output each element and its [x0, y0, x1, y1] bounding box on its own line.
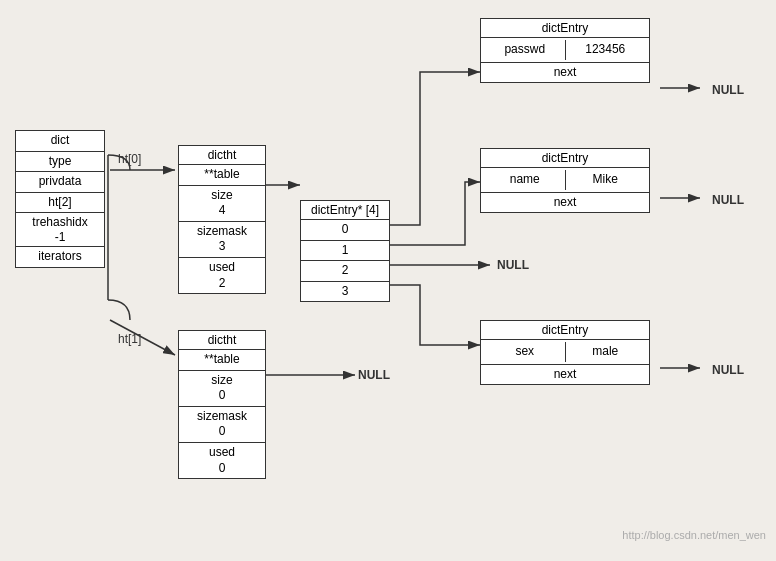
dictht0-used: used2 [179, 258, 265, 293]
dictht1-size: size0 [179, 371, 265, 407]
dictht1-used: used0 [179, 443, 265, 478]
dictentry-passwd-kv: passwd 123456 [481, 38, 649, 63]
dict-row-ht2: ht[2] [16, 193, 104, 214]
dictentry-sex-key: sex [485, 342, 566, 362]
dict-row-rehashidx: trehashidx-1 [16, 213, 104, 247]
dict-row-privdata: privdata [16, 172, 104, 193]
dictht0-sizemask: sizemask3 [179, 222, 265, 258]
dictentry-array-title: dictEntry* [4] [301, 201, 389, 220]
dictentry-sex-title: dictEntry [481, 321, 649, 340]
null-name-label: NULL [712, 193, 744, 207]
dictentry-passwd-title: dictEntry [481, 19, 649, 38]
dictht1-table: **table [179, 350, 265, 371]
dictentry-name-key: name [485, 170, 566, 190]
dictentry-passwd-key: passwd [485, 40, 566, 60]
dictentry-name-box: dictEntry name Mike next [480, 148, 650, 213]
ht0-label: ht[0] [118, 152, 141, 166]
dictentry-name-value: Mike [566, 170, 646, 190]
dictht0-box: dictht **table size4 sizemask3 used2 [178, 145, 266, 294]
dictentry-sex-box: dictEntry sex male next [480, 320, 650, 385]
dictentry-array-2: 2 [301, 261, 389, 282]
dictht0-table: **table [179, 165, 265, 186]
dict-row-dict: dict [16, 131, 104, 152]
dictentry-array-1: 1 [301, 241, 389, 262]
dictht0-title: dictht [179, 146, 265, 165]
dictentry-passwd-next: next [481, 63, 649, 83]
dict-row-iterators: iterators [16, 247, 104, 267]
null-ht1-label: NULL [358, 368, 390, 382]
dictht1-box: dictht **table size0 sizemask0 used0 [178, 330, 266, 479]
null-sex-label: NULL [712, 363, 744, 377]
dictentry-name-kv: name Mike [481, 168, 649, 193]
watermark: http://blog.csdn.net/men_wen [622, 529, 766, 541]
dictentry-sex-kv: sex male [481, 340, 649, 365]
null-passwd-label: NULL [712, 83, 744, 97]
dictht1-sizemask: sizemask0 [179, 407, 265, 443]
dictentry-name-title: dictEntry [481, 149, 649, 168]
dictentry-array-0: 0 [301, 220, 389, 241]
dict-row-type: type [16, 152, 104, 173]
dictentry-name-next: next [481, 193, 649, 213]
ht1-label: ht[1] [118, 332, 141, 346]
dictentry-passwd-value: 123456 [566, 40, 646, 60]
dictht0-size: size4 [179, 186, 265, 222]
dictentry-passwd-box: dictEntry passwd 123456 next [480, 18, 650, 83]
dictentry-sex-next: next [481, 365, 649, 385]
dictht1-title: dictht [179, 331, 265, 350]
null-array-2-label: NULL [497, 258, 529, 272]
dictentry-array-3: 3 [301, 282, 389, 302]
dict-box: dict type privdata ht[2] trehashidx-1 it… [15, 130, 105, 268]
dictentry-sex-value: male [566, 342, 646, 362]
dictentry-array-box: dictEntry* [4] 0 1 2 3 [300, 200, 390, 302]
